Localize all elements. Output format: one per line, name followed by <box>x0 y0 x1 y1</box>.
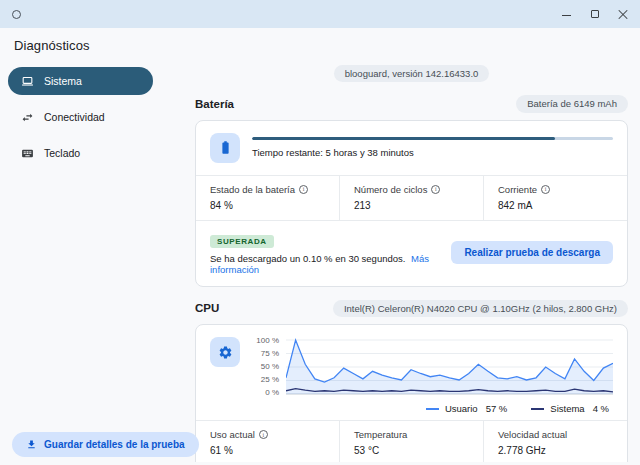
stat-cycle-count: Número de ciclos 213 <box>339 176 483 220</box>
stat-battery-health: Estado de la batería 84 % <box>196 176 339 220</box>
save-test-details-button[interactable]: Guardar detalles de la prueba <box>12 432 199 457</box>
cpu-section-title: CPU <box>195 302 219 314</box>
cpu-chart-yaxis: 100 % 75 % 50 % 25 % 0 % <box>250 337 286 397</box>
ytick: 50 % <box>250 363 279 371</box>
battery-progress-bar <box>252 137 613 140</box>
legend-usuario: Usuario 57 % <box>426 403 507 414</box>
sidebar: Sistema Conectividad Teclado <box>0 59 163 462</box>
battery-progress-fill <box>252 137 555 140</box>
download-icon <box>26 439 37 450</box>
stat-cpu-speed: Velocidad actual 2.778 GHz <box>483 421 627 462</box>
battery-section-title: Batería <box>195 98 234 110</box>
sidebar-item-conectividad[interactable]: Conectividad <box>8 103 153 131</box>
sidebar-item-label: Teclado <box>44 147 80 159</box>
maximize-icon[interactable] <box>590 9 600 19</box>
window-controls <box>544 9 628 19</box>
close-icon[interactable] <box>618 9 628 19</box>
battery-icon <box>210 133 240 163</box>
laptop-icon <box>21 75 34 88</box>
info-icon[interactable] <box>431 185 440 194</box>
battery-test-result-row: SUPERADA Se ha descargado un 0.10 % en 3… <box>196 220 627 286</box>
stat-value: 842 mA <box>498 200 613 211</box>
legend-sistema: Sistema 4 % <box>531 403 609 414</box>
stat-label: Uso actual <box>210 429 255 440</box>
stat-value: 2.778 GHz <box>498 445 613 456</box>
stat-label: Estado de la batería <box>210 184 295 195</box>
cpu-card: 100 % 75 % 50 % 25 % 0 % Usuario <box>195 324 628 462</box>
stat-label: Temperatura <box>354 429 407 440</box>
ytick: 75 % <box>250 350 279 358</box>
test-result-message: Se ha descargado un 0.10 % en 30 segundo… <box>210 253 405 264</box>
legend-value: 57 % <box>486 403 508 414</box>
save-button-label: Guardar detalles de la prueba <box>44 439 185 450</box>
info-icon[interactable] <box>299 185 308 194</box>
sidebar-item-label: Conectividad <box>44 111 105 123</box>
stat-current: Corriente 842 mA <box>483 176 627 220</box>
cpu-model-badge: Intel(R) Celeron(R) N4020 CPU @ 1.10GHz … <box>333 300 628 317</box>
sidebar-item-label: Sistema <box>44 75 82 87</box>
cpu-chart-legend: Usuario 57 % Sistema 4 % <box>250 403 609 414</box>
sidebar-item-teclado[interactable]: Teclado <box>8 139 153 167</box>
battery-capacity-badge: Batería de 6149 mAh <box>516 95 628 112</box>
ytick: 25 % <box>250 376 279 384</box>
stat-label: Corriente <box>498 184 537 195</box>
minimize-icon[interactable] <box>562 9 572 19</box>
info-icon[interactable] <box>541 185 550 194</box>
legend-value: 4 % <box>593 403 609 414</box>
sidebar-item-sistema[interactable]: Sistema <box>8 67 153 95</box>
stat-label: Número de ciclos <box>354 184 427 195</box>
info-icon[interactable] <box>259 430 268 439</box>
stat-value: 213 <box>354 200 469 211</box>
keyboard-icon <box>21 147 34 160</box>
content: Sistema Conectividad Teclado blooguard, … <box>0 59 640 462</box>
stat-value: 53 °C <box>354 445 469 456</box>
cpu-usage-chart <box>286 337 613 397</box>
stat-cpu-usage: Uso actual 61 % <box>196 421 339 462</box>
stat-cpu-temperature: Temperatura 53 °C <box>339 421 483 462</box>
legend-label: Usuario <box>445 403 478 414</box>
swap-arrows-icon <box>21 111 34 124</box>
app-header: Diagnósticos <box>0 28 640 59</box>
page-title: Diagnósticos <box>14 38 626 53</box>
battery-stats-row: Estado de la batería 84 % Número de cicl… <box>196 175 627 220</box>
cpu-stats-row: Uso actual 61 % Temperatura 53 °C Vel <box>196 420 627 462</box>
usuario-swatch <box>426 408 439 410</box>
stat-label: Velocidad actual <box>498 429 567 440</box>
battery-time-remaining: Tiempo restante: 5 horas y 38 minutos <box>252 147 613 158</box>
main-panel: blooguard, versión 142.16433.0 Batería B… <box>163 59 640 462</box>
diagnostics-window: Diagnósticos Sistema Conectividad Te <box>0 0 640 465</box>
titlebar <box>0 0 640 28</box>
ytick: 0 % <box>250 389 279 397</box>
discharge-test-button[interactable]: Realizar prueba de descarga <box>451 241 613 264</box>
sistema-swatch <box>531 408 544 410</box>
test-status-badge: SUPERADA <box>210 235 274 248</box>
ytick: 100 % <box>250 337 279 345</box>
battery-card: Tiempo restante: 5 horas y 38 minutos Es… <box>195 120 628 287</box>
gear-icon <box>210 337 240 367</box>
legend-label: Sistema <box>550 403 584 414</box>
stat-value: 84 % <box>210 200 325 211</box>
app-icon <box>12 10 21 19</box>
stat-value: 61 % <box>210 445 325 456</box>
version-chip: blooguard, versión 142.16433.0 <box>334 65 490 82</box>
